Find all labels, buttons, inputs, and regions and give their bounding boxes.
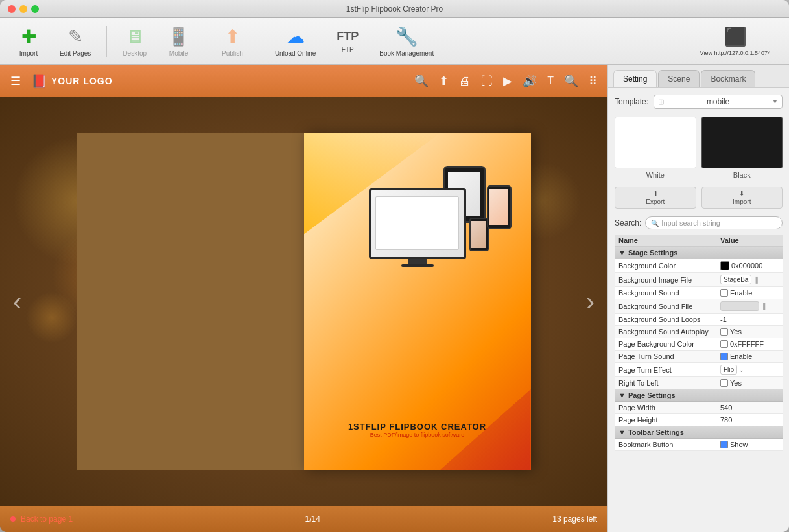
unload-online-button[interactable]: ☁ Unload Online bbox=[267, 23, 324, 60]
main-content: ☰ 📕 YOUR LOGO 🔍 ⬆ 🖨 ⛶ ▶ 🔊 T 🔍 ⠿ bbox=[0, 65, 789, 532]
bg-sound-checkbox[interactable] bbox=[720, 289, 728, 297]
edit-pages-button[interactable]: ✎ Edit Pages bbox=[52, 23, 99, 60]
ftp-label: FTP bbox=[342, 46, 354, 53]
bg-sound-autoplay-checkbox[interactable] bbox=[720, 328, 728, 336]
desktop-button[interactable]: 🖥 Desktop bbox=[115, 23, 154, 60]
hamburger-icon[interactable]: ☰ bbox=[10, 74, 21, 88]
ftp-button[interactable]: FTP FTP bbox=[329, 27, 366, 56]
bg-image-name: Background Image File bbox=[618, 276, 720, 284]
tab-bookmark[interactable]: Bookmark bbox=[701, 70, 755, 87]
mobile-button[interactable]: 📱 Mobile bbox=[159, 23, 198, 60]
page-turn-effect-arrow: ⌄ bbox=[739, 367, 744, 373]
settings-row-bg-sound[interactable]: Background Sound Enable bbox=[615, 287, 783, 299]
import-settings-button[interactable]: ⬇ Import bbox=[701, 187, 783, 209]
page-height-name: Page Height bbox=[618, 416, 720, 424]
preset-thumbnails: White Black bbox=[615, 117, 783, 179]
import-label: Import bbox=[19, 50, 38, 57]
share-icon[interactable]: ⬆ bbox=[439, 74, 449, 88]
template-select[interactable]: ⊞ mobile ▼ bbox=[654, 95, 783, 109]
import-icon: ⬇ bbox=[739, 190, 744, 197]
settings-row-page-turn-effect[interactable]: Page Turn Effect Flip ⌄ bbox=[615, 363, 783, 377]
text-icon[interactable]: T bbox=[547, 75, 554, 87]
header-name: Name bbox=[618, 237, 720, 244]
edit-pages-label: Edit Pages bbox=[60, 50, 91, 57]
bookmark-btn-name: Bookmark Button bbox=[618, 441, 720, 448]
right-to-left-value: Yes bbox=[720, 379, 779, 387]
minimize-button[interactable] bbox=[19, 5, 27, 13]
close-button[interactable] bbox=[8, 5, 16, 13]
bg-sound-name: Background Sound bbox=[618, 289, 720, 297]
right-to-left-checkbox[interactable] bbox=[720, 379, 728, 387]
settings-row-bg-sound-autoplay[interactable]: Background Sound Autoplay Yes bbox=[615, 326, 783, 338]
play-icon[interactable]: ▶ bbox=[503, 74, 512, 88]
publish-button[interactable]: ⬆ Publish bbox=[214, 23, 251, 60]
bg-color-swatch bbox=[720, 261, 729, 270]
template-icon: ⊞ bbox=[658, 98, 664, 106]
preset-black[interactable]: Black bbox=[701, 117, 783, 179]
search-row: Search: 🔍 Input search string bbox=[615, 216, 783, 229]
bookmark-btn-checkbox[interactable] bbox=[720, 441, 728, 448]
sound-icon[interactable]: 🔊 bbox=[523, 74, 537, 88]
settings-row-bg-image[interactable]: Background Image File StageBa ▐ bbox=[615, 273, 783, 287]
page-bg-color-checkbox[interactable] bbox=[720, 340, 728, 348]
grid-icon[interactable]: ⠿ bbox=[589, 74, 597, 88]
settings-row-bg-sound-file[interactable]: Background Sound File ▐ bbox=[615, 299, 783, 314]
bg-sound-autoplay-text: Yes bbox=[730, 328, 742, 336]
page-settings-header[interactable]: ▼ Page Settings bbox=[615, 389, 783, 402]
desktop-label: Desktop bbox=[123, 50, 147, 57]
bg-sound-autoplay-value: Yes bbox=[720, 328, 779, 336]
zoom-icon[interactable]: 🔍 bbox=[414, 74, 429, 88]
settings-row-bookmark-btn[interactable]: Bookmark Button Show bbox=[615, 439, 783, 451]
right-to-left-name: Right To Left bbox=[618, 379, 720, 387]
maximize-button[interactable] bbox=[31, 5, 39, 13]
book-management-icon: 🔧 bbox=[395, 26, 418, 47]
view-button[interactable]: ⬛ View http://127.0.0.1:54074 bbox=[692, 23, 779, 59]
search-input[interactable]: 🔍 Input search string bbox=[645, 216, 783, 229]
page-turn-sound-checkbox[interactable] bbox=[720, 353, 728, 360]
page-turn-sound-name: Page Turn Sound bbox=[618, 353, 720, 360]
preset-black-thumb bbox=[701, 117, 783, 168]
devices-area bbox=[311, 153, 524, 302]
fullscreen-icon[interactable]: ⛶ bbox=[481, 75, 493, 88]
export-import-row: ⬆ Export ⬇ Import bbox=[615, 187, 783, 209]
toolbar-separator-1 bbox=[106, 26, 107, 57]
nav-next-button[interactable]: › bbox=[586, 287, 595, 316]
panel-tabs: Setting Scene Bookmark bbox=[608, 65, 789, 88]
phone1-screen bbox=[487, 185, 512, 229]
book-cover: 1STFLIP FLIPBOOK CREATOR Best PDF/image … bbox=[304, 133, 531, 470]
bookmark-btn-text: Show bbox=[730, 441, 748, 448]
settings-row-bg-color[interactable]: Background Color 0x000000 bbox=[615, 259, 783, 273]
settings-row-bg-sound-loops[interactable]: Background Sound Loops -1 bbox=[615, 314, 783, 326]
tab-setting[interactable]: Setting bbox=[613, 70, 657, 87]
book-pages-area: ‹ bbox=[0, 97, 607, 506]
export-icon: ⬆ bbox=[653, 190, 658, 197]
book-management-button[interactable]: 🔧 Book Management bbox=[371, 23, 442, 60]
preset-black-label: Black bbox=[733, 171, 751, 179]
stage-chevron-icon: ▼ bbox=[618, 249, 626, 257]
preset-white[interactable]: White bbox=[615, 117, 696, 179]
monitor-device bbox=[369, 188, 466, 267]
book-page-left bbox=[77, 133, 304, 470]
page-bg-color-value: 0xFFFFFF bbox=[720, 340, 779, 348]
window-title: 1stFlip Flipbook Creator Pro bbox=[346, 5, 443, 14]
settings-row-page-turn-sound[interactable]: Page Turn Sound Enable bbox=[615, 351, 783, 363]
export-button[interactable]: ⬆ Export bbox=[615, 187, 696, 209]
toolbar-settings-header[interactable]: ▼ Toolbar Settings bbox=[615, 426, 783, 439]
import-button[interactable]: ✚ Import bbox=[10, 23, 47, 60]
settings-row-right-to-left[interactable]: Right To Left Yes bbox=[615, 377, 783, 389]
settings-header: Name Value bbox=[615, 235, 783, 247]
import-icon: ✚ bbox=[21, 26, 36, 47]
settings-row-page-bg-color[interactable]: Page Background Color 0xFFFFFF bbox=[615, 338, 783, 351]
settings-row-page-height[interactable]: Page Height 780 bbox=[615, 414, 783, 426]
back-to-page-button[interactable]: Back to page 1 bbox=[21, 515, 73, 524]
bg-color-value: 0x000000 bbox=[720, 261, 779, 270]
settings-row-page-width[interactable]: Page Width 540 bbox=[615, 402, 783, 414]
bg-image-text: StageBa bbox=[720, 275, 751, 284]
tab-scene[interactable]: Scene bbox=[658, 70, 700, 87]
book-spread: 1STFLIP FLIPBOOK CREATOR Best PDF/image … bbox=[77, 133, 531, 470]
nav-prev-button[interactable]: ‹ bbox=[13, 287, 21, 316]
search-book-icon[interactable]: 🔍 bbox=[564, 74, 578, 88]
stage-settings-header[interactable]: ▼ Stage Settings bbox=[615, 247, 783, 259]
page-turn-sound-text: Enable bbox=[730, 353, 752, 360]
print-icon[interactable]: 🖨 bbox=[459, 75, 471, 88]
